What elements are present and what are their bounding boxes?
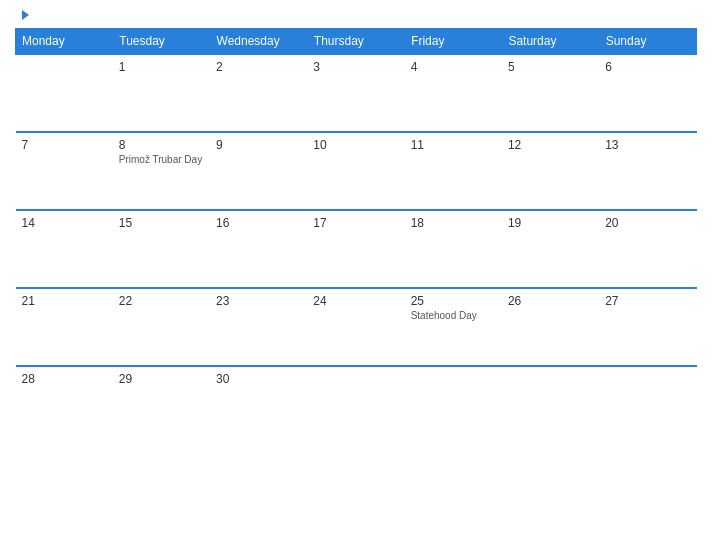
calendar-cell: 25Statehood Day	[405, 288, 502, 366]
calendar-cell: 20	[599, 210, 696, 288]
day-number: 29	[119, 372, 204, 386]
calendar-header	[15, 10, 697, 20]
calendar-cell	[16, 54, 113, 132]
calendar-cell: 7	[16, 132, 113, 210]
weekday-header-saturday: Saturday	[502, 29, 599, 55]
day-number: 14	[22, 216, 107, 230]
calendar-container: MondayTuesdayWednesdayThursdayFridaySatu…	[0, 0, 712, 550]
calendar-cell: 10	[307, 132, 404, 210]
calendar-grid: MondayTuesdayWednesdayThursdayFridaySatu…	[15, 28, 697, 444]
day-number: 7	[22, 138, 107, 152]
day-number: 5	[508, 60, 593, 74]
day-number: 12	[508, 138, 593, 152]
week-row-4: 2122232425Statehood Day2627	[16, 288, 697, 366]
day-number: 6	[605, 60, 690, 74]
calendar-cell: 21	[16, 288, 113, 366]
day-number: 26	[508, 294, 593, 308]
calendar-cell	[405, 366, 502, 444]
calendar-cell	[502, 366, 599, 444]
day-number: 28	[22, 372, 107, 386]
week-row-5: 282930	[16, 366, 697, 444]
calendar-cell: 24	[307, 288, 404, 366]
calendar-cell: 17	[307, 210, 404, 288]
logo	[20, 10, 29, 20]
day-number: 20	[605, 216, 690, 230]
calendar-cell: 26	[502, 288, 599, 366]
calendar-cell: 29	[113, 366, 210, 444]
day-number: 8	[119, 138, 204, 152]
calendar-cell: 18	[405, 210, 502, 288]
day-number: 9	[216, 138, 301, 152]
day-number: 21	[22, 294, 107, 308]
day-number: 3	[313, 60, 398, 74]
calendar-cell: 22	[113, 288, 210, 366]
calendar-cell: 3	[307, 54, 404, 132]
day-number: 23	[216, 294, 301, 308]
day-number: 25	[411, 294, 496, 308]
calendar-cell: 11	[405, 132, 502, 210]
calendar-cell: 4	[405, 54, 502, 132]
holiday-name: Primož Trubar Day	[119, 154, 204, 165]
week-row-1: 123456	[16, 54, 697, 132]
logo-blue-text	[20, 10, 29, 20]
calendar-cell	[307, 366, 404, 444]
day-number: 18	[411, 216, 496, 230]
holiday-name: Statehood Day	[411, 310, 496, 321]
day-number: 22	[119, 294, 204, 308]
day-number: 27	[605, 294, 690, 308]
weekday-header-friday: Friday	[405, 29, 502, 55]
calendar-cell: 5	[502, 54, 599, 132]
day-number: 19	[508, 216, 593, 230]
day-number: 30	[216, 372, 301, 386]
weekday-header-monday: Monday	[16, 29, 113, 55]
weekday-header-sunday: Sunday	[599, 29, 696, 55]
calendar-cell: 28	[16, 366, 113, 444]
calendar-cell	[599, 366, 696, 444]
day-number: 15	[119, 216, 204, 230]
calendar-cell: 16	[210, 210, 307, 288]
calendar-cell: 9	[210, 132, 307, 210]
day-number: 1	[119, 60, 204, 74]
calendar-cell: 8Primož Trubar Day	[113, 132, 210, 210]
calendar-cell: 2	[210, 54, 307, 132]
day-number: 4	[411, 60, 496, 74]
weekday-header-thursday: Thursday	[307, 29, 404, 55]
day-number: 13	[605, 138, 690, 152]
calendar-cell: 14	[16, 210, 113, 288]
calendar-cell: 27	[599, 288, 696, 366]
week-row-3: 14151617181920	[16, 210, 697, 288]
logo-triangle-icon	[22, 10, 29, 20]
day-number: 17	[313, 216, 398, 230]
calendar-cell: 15	[113, 210, 210, 288]
calendar-cell: 30	[210, 366, 307, 444]
weekday-header-row: MondayTuesdayWednesdayThursdayFridaySatu…	[16, 29, 697, 55]
calendar-cell: 6	[599, 54, 696, 132]
weekday-header-wednesday: Wednesday	[210, 29, 307, 55]
calendar-cell: 13	[599, 132, 696, 210]
day-number: 2	[216, 60, 301, 74]
day-number: 10	[313, 138, 398, 152]
weekday-header-tuesday: Tuesday	[113, 29, 210, 55]
week-row-2: 78Primož Trubar Day910111213	[16, 132, 697, 210]
day-number: 11	[411, 138, 496, 152]
day-number: 16	[216, 216, 301, 230]
day-number: 24	[313, 294, 398, 308]
calendar-cell: 23	[210, 288, 307, 366]
calendar-cell: 19	[502, 210, 599, 288]
calendar-cell: 1	[113, 54, 210, 132]
calendar-cell: 12	[502, 132, 599, 210]
